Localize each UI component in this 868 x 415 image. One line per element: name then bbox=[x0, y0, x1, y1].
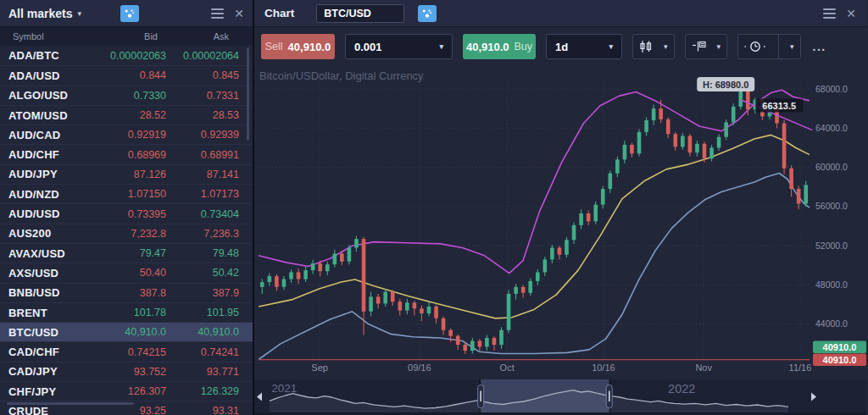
buy-price: 40,910.0 bbox=[466, 41, 509, 53]
bid-price: 79.47 bbox=[90, 247, 168, 259]
candlestick-series bbox=[260, 80, 808, 354]
sell-button[interactable]: Sell 40,910.0 bbox=[261, 34, 335, 59]
horizontal-scrollbar[interactable] bbox=[7, 402, 134, 405]
indicators-button[interactable]: ▾ bbox=[685, 34, 728, 59]
market-row[interactable]: CAD/CHF0.742150.74241 bbox=[0, 341, 253, 361]
y-axis-label: 56000.0 bbox=[815, 201, 848, 211]
market-symbol: AUD/JPY bbox=[0, 168, 90, 180]
market-symbol: AUD/NZD bbox=[0, 188, 90, 201]
symbol-input[interactable] bbox=[316, 4, 404, 23]
link-icon[interactable] bbox=[418, 5, 437, 22]
markets-panel: All markets ▾ ✕ Symbol Bid Ask ADA/BTC0.… bbox=[0, 0, 254, 415]
market-row[interactable]: BNB/USD387.8387.9 bbox=[0, 283, 253, 302]
clock-dropdown-segment[interactable]: ▾ bbox=[778, 35, 800, 58]
ask-price: 0.92939 bbox=[168, 129, 253, 141]
bid-price: 0.68969 bbox=[90, 149, 168, 161]
ask-price: 93.31 bbox=[168, 405, 253, 415]
market-row[interactable]: BTC/USD40,910.040,910.0 bbox=[0, 322, 253, 341]
market-symbol: AUD/USD bbox=[0, 208, 90, 220]
market-row[interactable]: AUS2007,232.87,236.3 bbox=[0, 224, 253, 243]
market-row[interactable]: AXS/USD50.4050.42 bbox=[0, 263, 253, 282]
chevron-down-icon: ▾ bbox=[717, 42, 721, 51]
market-row[interactable]: AUD/JPY87.12687.141 bbox=[0, 164, 253, 184]
svg-text:40910.0: 40910.0 bbox=[823, 342, 857, 352]
menu-icon[interactable] bbox=[211, 8, 224, 19]
market-row[interactable]: AUD/CHF0.689690.68991 bbox=[0, 144, 253, 163]
quantity-dropdown[interactable]: 0.001 ▾ bbox=[345, 34, 453, 59]
markets-panel-header: All markets ▾ ✕ bbox=[0, 0, 253, 27]
bid-price: 1.07150 bbox=[90, 188, 168, 200]
trading-app: All markets ▾ ✕ Symbol Bid Ask ADA/BTC0.… bbox=[0, 0, 868, 415]
y-axis-label: 52000.0 bbox=[815, 241, 848, 251]
svg-text:66313.5: 66313.5 bbox=[762, 101, 796, 111]
bid-price: 126.307 bbox=[90, 385, 168, 397]
close-icon[interactable]: ✕ bbox=[234, 8, 244, 19]
market-symbol: ADA/USD bbox=[0, 69, 90, 82]
chevron-down-icon: ▾ bbox=[790, 42, 794, 51]
ask-price: 7,236.3 bbox=[168, 228, 253, 240]
column-header-symbol[interactable]: Symbol bbox=[0, 31, 90, 42]
column-header-ask[interactable]: Ask bbox=[168, 31, 253, 42]
chart-navigator[interactable]: 20212022 bbox=[254, 379, 866, 415]
ask-price: 28.53 bbox=[168, 109, 253, 121]
market-row[interactable]: ADA/USD0.8440.845 bbox=[0, 65, 253, 85]
timeframe-dropdown[interactable]: 1d ▾ bbox=[546, 34, 622, 59]
buy-label: Buy bbox=[515, 41, 533, 53]
market-row[interactable]: ADA/BTC0.000020630.00002064 bbox=[0, 46, 253, 65]
timeframe-value: 1d bbox=[555, 41, 568, 53]
bid-price: 7,232.8 bbox=[90, 228, 168, 240]
market-row[interactable]: AUD/CAD0.929190.92939 bbox=[0, 125, 253, 144]
market-symbol: ALGO/USD bbox=[0, 89, 90, 102]
chevron-down-icon: ▾ bbox=[77, 9, 81, 18]
market-symbol: AUS200 bbox=[0, 227, 90, 240]
y-axis-label: 48000.0 bbox=[815, 279, 848, 290]
market-symbol: ADA/BTC bbox=[0, 49, 90, 62]
market-symbol: BRENT bbox=[0, 307, 90, 319]
market-symbol: AUD/CAD bbox=[0, 129, 90, 141]
x-axis-label: Nov bbox=[695, 362, 712, 373]
ask-price: 126.329 bbox=[168, 385, 253, 397]
x-axis-label: 11/16 bbox=[789, 362, 812, 373]
x-axis-label: Oct bbox=[500, 362, 515, 373]
bid-price: 93.25 bbox=[90, 405, 168, 415]
x-axis-label: Sep bbox=[311, 362, 328, 373]
market-row[interactable]: ALGO/USD0.73300.7331 bbox=[0, 86, 253, 105]
ask-price: 0.845 bbox=[168, 69, 253, 81]
market-row[interactable]: AUD/NZD1.071501.07173 bbox=[0, 184, 253, 203]
bid-price: 93.752 bbox=[90, 366, 168, 378]
markets-filter-dropdown[interactable]: All markets bbox=[8, 7, 72, 20]
period-separators-button[interactable]: ▾ bbox=[737, 34, 801, 59]
y-axis-label: 60000.0 bbox=[815, 162, 848, 172]
column-header-bid[interactable]: Bid bbox=[90, 31, 168, 42]
x-axis-label: 10/16 bbox=[592, 362, 615, 373]
chart-area: 68000.064000.060000.056000.052000.048000… bbox=[254, 66, 866, 379]
bid-price: 0.73395 bbox=[90, 208, 168, 220]
market-row[interactable]: ATOM/USD28.5228.53 bbox=[0, 105, 253, 125]
market-row[interactable]: CHF/JPY126.307126.329 bbox=[0, 381, 253, 401]
market-row[interactable]: AUD/USD0.733950.73404 bbox=[0, 203, 253, 223]
bid-price: 0.92919 bbox=[90, 129, 168, 141]
market-row[interactable]: CAD/JPY93.75293.771 bbox=[0, 362, 253, 381]
chart-panel-title: Chart bbox=[264, 7, 294, 19]
vertical-scrollbar[interactable] bbox=[247, 47, 249, 141]
close-icon[interactable]: ✕ bbox=[846, 8, 856, 19]
chart-panel-header: Chart ✕ bbox=[254, 0, 866, 27]
chart-panel: Chart ✕ Sell 40,910.0 0.001 bbox=[254, 0, 866, 415]
bollinger-lower bbox=[259, 174, 810, 360]
bid-price: 50.40 bbox=[90, 267, 168, 279]
link-icon[interactable] bbox=[120, 5, 139, 22]
more-options-button[interactable]: ... bbox=[813, 40, 826, 53]
chevron-down-icon: ▾ bbox=[609, 42, 613, 51]
market-row[interactable]: BRENT101.78101.95 bbox=[0, 302, 253, 322]
chart-type-button[interactable]: ▾ bbox=[632, 34, 675, 59]
menu-icon[interactable] bbox=[823, 8, 836, 19]
ask-price: 0.68991 bbox=[168, 149, 253, 161]
market-row[interactable]: AVAX/USD79.4779.48 bbox=[0, 243, 253, 263]
chart-canvas[interactable]: 68000.064000.060000.056000.052000.048000… bbox=[254, 66, 866, 379]
ask-price: 0.00002064 bbox=[168, 50, 253, 62]
y-axis-label: 68000.0 bbox=[815, 84, 848, 94]
ask-price: 93.771 bbox=[168, 366, 253, 378]
bid-price: 0.844 bbox=[90, 69, 168, 81]
buy-button[interactable]: 40,910.0 Buy bbox=[463, 34, 536, 59]
chevron-down-icon: ▾ bbox=[664, 42, 668, 51]
